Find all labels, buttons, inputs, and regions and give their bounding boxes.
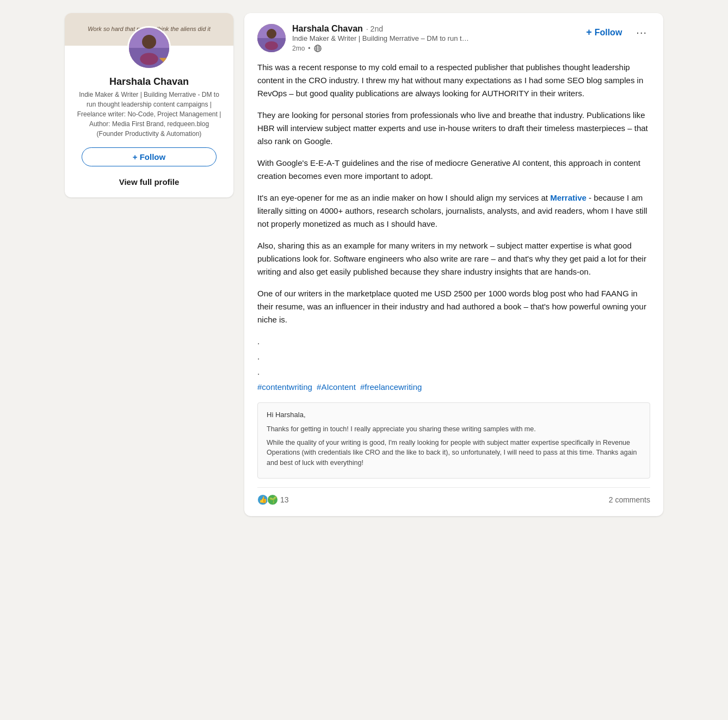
post-meta: 2mo • xyxy=(292,45,469,52)
post-reactions: 👍 🌱 13 2 comments xyxy=(257,487,650,505)
reaction-count: 13 xyxy=(280,495,289,504)
sidebar-follow-button[interactable]: + Follow xyxy=(82,147,217,166)
email-line1: Thanks for getting in touch! I really ap… xyxy=(267,424,641,435)
sidebar-name: Harshala Chavan xyxy=(65,76,233,90)
dot-2: . xyxy=(257,350,650,363)
post-card: Harshala Chavan · 2nd Indie Maker & Writ… xyxy=(244,13,663,516)
post-time: 2mo xyxy=(292,45,305,52)
post-paragraph-6: One of our writers in the marketplace qu… xyxy=(257,287,650,326)
post-paragraph-1: This was a recent response to my cold em… xyxy=(257,61,650,100)
post-header-left: Harshala Chavan · 2nd Indie Maker & Writ… xyxy=(257,24,469,52)
sidebar-view-profile-link[interactable]: View full profile xyxy=(65,173,233,187)
reaction-emoji-2: 🌱 xyxy=(267,494,278,505)
post-author-info: Harshala Chavan · 2nd Indie Maker & Writ… xyxy=(292,24,469,52)
post-author-name-row: Harshala Chavan · 2nd xyxy=(292,24,469,34)
post-paragraph-5: Also, sharing this as an example for man… xyxy=(257,239,650,278)
email-block: Hi Harshala, Thanks for getting in touch… xyxy=(257,402,650,479)
svg-point-2 xyxy=(142,35,156,49)
post-paragraph-2: They are looking for personal stories fr… xyxy=(257,109,650,148)
sidebar-bio: Indie Maker & Writer | Building Merrativ… xyxy=(65,90,233,147)
dot-1: . xyxy=(257,335,650,348)
page-layout: Work so hard that people think the alien… xyxy=(65,13,663,707)
email-greeting: Hi Harshala, xyxy=(267,409,641,421)
post-header-right: + Follow ··· xyxy=(582,24,650,41)
post-author-name: Harshala Chavan xyxy=(292,24,363,34)
merrative-link[interactable]: Merrative xyxy=(550,193,587,202)
svg-point-7 xyxy=(267,29,276,39)
hashtag-aicontent[interactable]: #AIcontent xyxy=(317,382,356,392)
reaction-emoji-1: 👍 xyxy=(257,494,268,505)
post-follow-plus: + xyxy=(586,27,592,38)
globe-icon xyxy=(314,45,322,52)
reaction-icons: 👍 🌱 xyxy=(257,494,277,505)
sidebar-card: Work so hard that people think the alien… xyxy=(65,13,233,197)
post-author-degree: · 2nd xyxy=(366,24,383,33)
post-avatar xyxy=(257,24,286,52)
post-separator: • xyxy=(308,45,310,52)
svg-point-3 xyxy=(140,53,158,65)
hashtag-contentwriting[interactable]: #contentwriting xyxy=(257,382,312,392)
post-paragraph-3: With Google's E-E-A-T guidelines and the… xyxy=(257,157,650,183)
email-line2: While the quality of your writing is goo… xyxy=(267,438,641,468)
post-hashtags: #contentwriting #AIcontent #freelancewri… xyxy=(257,381,650,394)
dot-3: . xyxy=(257,365,650,378)
post-more-button[interactable]: ··· xyxy=(633,24,650,41)
post-header: Harshala Chavan · 2nd Indie Maker & Writ… xyxy=(257,24,650,52)
svg-point-8 xyxy=(265,41,278,50)
post-para4-text1: It's an eye-opener for me as an indie ma… xyxy=(257,193,550,202)
post-paragraph-4: It's an eye-opener for me as an indie ma… xyxy=(257,191,650,231)
post-author-headline: Indie Maker & Writer | Building Merrativ… xyxy=(292,34,469,44)
post-body: This was a recent response to my cold em… xyxy=(257,61,650,479)
sidebar-avatar xyxy=(127,26,171,70)
reactions-left: 👍 🌱 13 xyxy=(257,494,289,505)
post-dots: . . . xyxy=(257,335,650,378)
comments-count[interactable]: 2 comments xyxy=(609,495,650,504)
post-follow-button[interactable]: + Follow xyxy=(582,24,626,40)
hashtag-freelancewriting[interactable]: #freelancewriting xyxy=(360,382,422,392)
post-follow-label: Follow xyxy=(595,28,622,38)
